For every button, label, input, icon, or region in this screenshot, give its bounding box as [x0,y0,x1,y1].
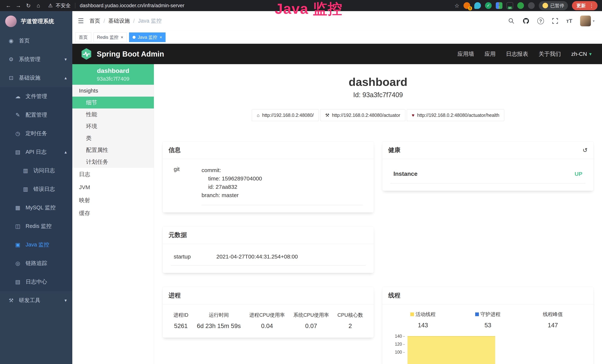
page-url: dashboard.yudao.iocoder.cn/infra/admin-s… [80,3,184,9]
sba-menu-caches[interactable]: 缓存 [72,207,154,220]
sba-nav-about[interactable]: 关于我们 [538,50,561,58]
sidebar-item-error-logs[interactable]: ▥ 错误日志 [0,180,72,198]
info-row-git: git commit: time: 1596289704000 id: 27aa… [171,164,366,205]
security-warning-icon: ⚠ [48,3,53,9]
browser-home-button[interactable]: ⌂ [33,2,43,9]
sba-nav-journal[interactable]: 日志报表 [506,50,528,58]
sidebar-item-infrastructure[interactable]: ⊡ 基础设施 ▴ [0,69,72,87]
sidebar-item-file-management[interactable]: ☁ 文件管理 [0,87,72,106]
browser-back-button[interactable]: ← [3,2,13,9]
sidebar-item-dev-tools[interactable]: ⚒ 研发工具 ▾ [0,291,72,310]
update-label: 更新 [576,3,586,9]
extension-grid-icon[interactable] [496,2,502,9]
extension-drop-icon[interactable] [474,2,481,9]
sba-menu-mappings[interactable]: 映射 [72,194,154,207]
tab-redis-monitor[interactable]: Redis 监控 × [93,32,127,42]
active-dot [133,36,136,39]
extension-leaf-icon[interactable] [517,2,524,9]
document-icon: ▤ [14,149,21,155]
live-threads-swatch [410,312,414,316]
sba-menu-scheduled-tasks[interactable]: 计划任务 [72,156,154,168]
breadcrumb-infrastructure[interactable]: 基础设施 [108,17,130,25]
health-instance-row[interactable]: Instance UP [390,164,585,183]
home-icon: ⌂ [257,113,259,118]
health-card: 健康 ↺ Instance UP [382,141,593,191]
sba-menu-environment[interactable]: 环境 [72,120,154,132]
font-size-icon[interactable]: тT [566,18,572,24]
sba-logo-icon [80,48,92,60]
annotation-java-monitor: Java 监控 [275,0,343,19]
chevron-up-icon: ▴ [64,75,67,80]
tab-home[interactable]: 首页 [75,32,91,42]
extension-check-icon[interactable]: ✓ [485,2,492,9]
app-logo[interactable]: 芋道管理系统 [0,11,72,32]
actuator-url-link[interactable]: ⚒ http://192.168.0.2:48080/actuator [320,109,405,121]
user-menu[interactable]: ▾ [580,16,595,26]
browser-reload-button[interactable]: ↻ [23,2,33,9]
address-divider [75,3,75,8]
database-icon: ▦ [14,204,21,211]
sidebar-item-mysql-monitor[interactable]: ▦ MySQL 监控 [0,198,72,217]
sba-menu-loggers[interactable]: 日志 [72,168,154,181]
sidebar-item-java-monitor[interactable]: ▣ Java 监控 [0,236,72,254]
sidebar-item-log-center[interactable]: ▤ 日志中心 [0,273,72,291]
metadata-startup-row: startup 2021-04-27T00:44:31.254+08:00 [171,249,366,266]
bookmark-star-icon[interactable]: ☆ [454,2,459,9]
sba-nav-applications[interactable]: 应用 [484,50,495,58]
app-title: 芋道管理系统 [21,18,54,25]
profile-paused-chip[interactable]: 已暂停 [539,1,568,10]
extension-fox-icon[interactable]: 1 [463,2,470,9]
breadcrumb-separator: / [133,18,135,24]
sidebar-item-home[interactable]: ◉ 首页 [0,32,72,50]
sba-language-selector[interactable]: zh-CN ▾ [571,51,592,57]
browser-menu-icon[interactable]: ⋮ [589,3,594,9]
sba-menu-metrics[interactable]: 性能 [72,108,154,120]
y-tick-120: 120 [390,342,405,347]
sidebar-item-tracing[interactable]: ◎ 链路追踪 [0,254,72,273]
close-icon[interactable]: × [160,35,162,40]
java-monitor-icon: ▣ [14,242,21,248]
history-icon[interactable]: ↺ [582,147,588,154]
sba-menu-beans[interactable]: 类 [72,132,154,144]
sidebar-item-system-management[interactable]: ⚙ 系统管理 ▾ [0,50,72,69]
tab-java-monitor[interactable]: Java 监控 × [129,32,166,42]
extension-spider-icon[interactable] [528,2,535,9]
sidebar-item-redis-monitor[interactable]: ◫ Redis 监控 [0,217,72,236]
browser-update-button[interactable]: 更新 ⋮ [572,1,598,10]
health-status-badge: UP [575,171,582,177]
sba-nav-wall[interactable]: 应用墙 [457,50,474,58]
sba-menu-jvm[interactable]: JVM [72,181,154,194]
fullscreen-icon[interactable] [552,18,559,24]
admin-sidebar: 芋道管理系统 ◉ 首页 ⚙ 系统管理 ▾ ⊡ 基础设施 ▴ ☁ 文件管理 ✎ 配… [0,11,72,364]
sidebar-item-access-logs[interactable]: ▥ 访问日志 [0,161,72,180]
instance-links: ⌂ http://192.168.0.2:48080/ ⚒ http://192… [154,109,602,121]
sidebar-item-config-management[interactable]: ✎ 配置管理 [0,106,72,124]
search-icon[interactable] [508,18,515,24]
eye-icon: ◎ [14,260,21,267]
close-icon[interactable]: × [121,35,123,40]
log-file-icon: ▥ [22,167,29,174]
sba-menu-config-props[interactable]: 配置属性 [72,144,154,156]
github-icon[interactable] [522,17,529,24]
browser-toolbar-right: ☆ 1 ✓ on 已暂停 更新 ⋮ [454,1,599,10]
help-icon[interactable]: ? [537,18,544,24]
metadata-key: startup [174,254,216,260]
instance-url-link[interactable]: ⌂ http://192.168.0.2:48080/ [252,109,319,121]
health-url-link[interactable]: ♥ http://192.168.0.2:48080/actuator/heal… [407,109,504,121]
breadcrumb-home[interactable]: 首页 [89,17,100,25]
sidebar-item-api-logs[interactable]: ▤ API 日志 ▴ [0,143,72,161]
caret-down-icon: ▾ [593,19,595,23]
browser-forward-button[interactable]: → [13,2,23,9]
sidebar-item-scheduled-jobs[interactable]: ◷ 定时任务 [0,124,72,143]
chevron-down-icon: ▾ [64,57,67,62]
address-bar[interactable]: ⚠ 不安全 dashboard.yudao.iocoder.cn/infra/a… [48,2,184,9]
instance-id-short: 93a3fc7f7409 [97,76,129,82]
insights-section-label[interactable]: Insights [72,85,154,96]
sba-menu-details[interactable]: 细节 [72,96,154,108]
redis-icon: ◫ [14,223,21,229]
sba-brand[interactable]: Spring Boot Admin [80,48,164,60]
extension-on-icon[interactable]: on [506,2,513,9]
hamburger-icon[interactable]: ☰ [78,17,84,25]
process-table: 进程ID 5261 运行时间 6d 23h 15m 59s 进程CPU使用率 0… [171,309,366,330]
sba-instance-header[interactable]: dashboard 93a3fc7f7409 [72,64,154,85]
